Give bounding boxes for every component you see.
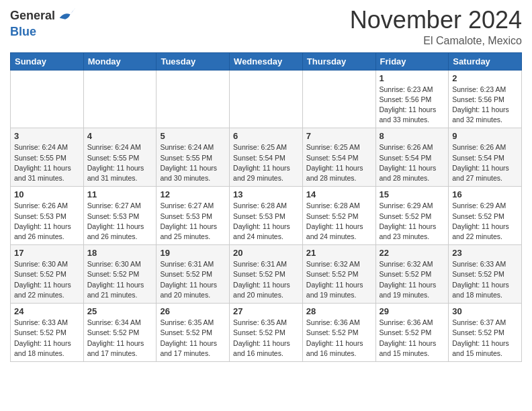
day-info: Sunrise: 6:24 AM Sunset: 5:55 PM Dayligh…: [14, 142, 80, 183]
day-number: 3: [14, 131, 80, 141]
day-info: Sunrise: 6:29 AM Sunset: 5:52 PM Dayligh…: [380, 201, 445, 242]
calendar-day-cell: 28Sunrise: 6:36 AM Sunset: 5:52 PM Dayli…: [302, 304, 375, 362]
day-info: Sunrise: 6:27 AM Sunset: 5:53 PM Dayligh…: [160, 201, 226, 242]
day-number: 15: [380, 189, 445, 199]
calendar-day-cell: 11Sunrise: 6:27 AM Sunset: 5:53 PM Dayli…: [83, 187, 157, 245]
day-number: 6: [233, 131, 299, 141]
calendar-day-cell: 17Sunrise: 6:30 AM Sunset: 5:52 PM Dayli…: [11, 245, 84, 304]
calendar-day-cell: 21Sunrise: 6:32 AM Sunset: 5:52 PM Dayli…: [302, 245, 375, 304]
day-number: 4: [87, 131, 153, 141]
day-number: 27: [233, 306, 299, 316]
calendar-day-cell: [302, 70, 375, 128]
location: El Camalote, Mexico: [350, 35, 522, 47]
day-number: 29: [380, 306, 445, 316]
day-number: 18: [87, 248, 153, 258]
day-info: Sunrise: 6:36 AM Sunset: 5:52 PM Dayligh…: [306, 318, 372, 359]
day-number: 2: [452, 73, 518, 83]
calendar-day-cell: 25Sunrise: 6:34 AM Sunset: 5:52 PM Dayli…: [83, 304, 157, 362]
day-number: 30: [452, 306, 518, 316]
weekday-header-row: SundayMondayTuesdayWednesdayThursdayFrid…: [11, 52, 522, 70]
logo: General Blue: [10, 7, 75, 39]
calendar-day-cell: 15Sunrise: 6:29 AM Sunset: 5:52 PM Dayli…: [375, 187, 449, 245]
weekday-header-monday: Monday: [83, 52, 157, 70]
calendar-day-cell: 5Sunrise: 6:24 AM Sunset: 5:55 PM Daylig…: [157, 128, 230, 187]
calendar-day-cell: 2Sunrise: 6:23 AM Sunset: 5:56 PM Daylig…: [449, 70, 522, 128]
day-info: Sunrise: 6:24 AM Sunset: 5:55 PM Dayligh…: [87, 142, 153, 183]
calendar-day-cell: 29Sunrise: 6:36 AM Sunset: 5:52 PM Dayli…: [375, 304, 449, 362]
calendar-day-cell: 9Sunrise: 6:26 AM Sunset: 5:54 PM Daylig…: [449, 128, 522, 187]
calendar-day-cell: 22Sunrise: 6:32 AM Sunset: 5:52 PM Dayli…: [375, 245, 449, 304]
day-number: 9: [452, 131, 518, 141]
day-number: 16: [452, 189, 518, 199]
calendar-day-cell: 3Sunrise: 6:24 AM Sunset: 5:55 PM Daylig…: [11, 128, 84, 187]
day-info: Sunrise: 6:32 AM Sunset: 5:52 PM Dayligh…: [306, 259, 372, 300]
calendar-day-cell: 1Sunrise: 6:23 AM Sunset: 5:56 PM Daylig…: [375, 70, 449, 128]
day-info: Sunrise: 6:33 AM Sunset: 5:52 PM Dayligh…: [452, 259, 518, 300]
calendar-week-row: 10Sunrise: 6:26 AM Sunset: 5:53 PM Dayli…: [11, 187, 522, 245]
weekday-header-tuesday: Tuesday: [157, 52, 230, 70]
day-info: Sunrise: 6:25 AM Sunset: 5:54 PM Dayligh…: [233, 142, 299, 183]
calendar-day-cell: 4Sunrise: 6:24 AM Sunset: 5:55 PM Daylig…: [83, 128, 157, 187]
day-info: Sunrise: 6:23 AM Sunset: 5:56 PM Dayligh…: [452, 85, 518, 126]
logo-bird-icon: [56, 7, 75, 26]
day-number: 26: [160, 306, 226, 316]
calendar-day-cell: 14Sunrise: 6:28 AM Sunset: 5:52 PM Dayli…: [302, 187, 375, 245]
day-number: 13: [233, 189, 299, 199]
calendar-day-cell: 10Sunrise: 6:26 AM Sunset: 5:53 PM Dayli…: [11, 187, 84, 245]
calendar-day-cell: 18Sunrise: 6:30 AM Sunset: 5:52 PM Dayli…: [83, 245, 157, 304]
day-number: 19: [160, 248, 226, 258]
day-info: Sunrise: 6:28 AM Sunset: 5:52 PM Dayligh…: [306, 201, 372, 242]
page: General Blue November 2024 El Camalote, …: [0, 0, 532, 372]
day-number: 23: [452, 248, 518, 258]
calendar-day-cell: 27Sunrise: 6:35 AM Sunset: 5:52 PM Dayli…: [230, 304, 303, 362]
day-info: Sunrise: 6:36 AM Sunset: 5:52 PM Dayligh…: [380, 318, 445, 359]
calendar-week-row: 17Sunrise: 6:30 AM Sunset: 5:52 PM Dayli…: [11, 245, 522, 304]
calendar-day-cell: 26Sunrise: 6:35 AM Sunset: 5:52 PM Dayli…: [157, 304, 230, 362]
day-number: 11: [87, 189, 153, 199]
weekday-header-thursday: Thursday: [302, 52, 375, 70]
day-info: Sunrise: 6:26 AM Sunset: 5:54 PM Dayligh…: [380, 142, 445, 183]
calendar-day-cell: 30Sunrise: 6:37 AM Sunset: 5:52 PM Dayli…: [449, 304, 522, 362]
day-info: Sunrise: 6:29 AM Sunset: 5:52 PM Dayligh…: [452, 201, 518, 242]
day-number: 21: [306, 248, 372, 258]
calendar-day-cell: 7Sunrise: 6:25 AM Sunset: 5:54 PM Daylig…: [302, 128, 375, 187]
day-info: Sunrise: 6:26 AM Sunset: 5:54 PM Dayligh…: [452, 142, 518, 183]
day-number: 8: [380, 131, 445, 141]
day-info: Sunrise: 6:27 AM Sunset: 5:53 PM Dayligh…: [87, 201, 153, 242]
logo-general-text: General: [10, 9, 55, 23]
day-number: 7: [306, 131, 372, 141]
weekday-header-wednesday: Wednesday: [230, 52, 303, 70]
day-number: 5: [160, 131, 226, 141]
day-info: Sunrise: 6:25 AM Sunset: 5:54 PM Dayligh…: [306, 142, 372, 183]
day-number: 17: [14, 248, 80, 258]
day-info: Sunrise: 6:37 AM Sunset: 5:52 PM Dayligh…: [452, 318, 518, 359]
calendar-day-cell: 19Sunrise: 6:31 AM Sunset: 5:52 PM Dayli…: [157, 245, 230, 304]
day-info: Sunrise: 6:24 AM Sunset: 5:55 PM Dayligh…: [160, 142, 226, 183]
day-number: 14: [306, 189, 372, 199]
day-number: 22: [380, 248, 445, 258]
calendar-day-cell: 6Sunrise: 6:25 AM Sunset: 5:54 PM Daylig…: [230, 128, 303, 187]
calendar-week-row: 1Sunrise: 6:23 AM Sunset: 5:56 PM Daylig…: [11, 70, 522, 128]
calendar-day-cell: 8Sunrise: 6:26 AM Sunset: 5:54 PM Daylig…: [375, 128, 449, 187]
calendar-day-cell: 24Sunrise: 6:33 AM Sunset: 5:52 PM Dayli…: [11, 304, 84, 362]
weekday-header-saturday: Saturday: [449, 52, 522, 70]
calendar-week-row: 3Sunrise: 6:24 AM Sunset: 5:55 PM Daylig…: [11, 128, 522, 187]
calendar-day-cell: [230, 70, 303, 128]
day-info: Sunrise: 6:26 AM Sunset: 5:53 PM Dayligh…: [14, 201, 80, 242]
calendar-day-cell: [157, 70, 230, 128]
title-block: November 2024 El Camalote, Mexico: [350, 7, 522, 47]
day-info: Sunrise: 6:31 AM Sunset: 5:52 PM Dayligh…: [160, 259, 226, 300]
calendar-day-cell: [11, 70, 84, 128]
day-number: 1: [380, 73, 445, 83]
logo-blue-text: Blue: [10, 25, 36, 38]
day-number: 20: [233, 248, 299, 258]
calendar-day-cell: 16Sunrise: 6:29 AM Sunset: 5:52 PM Dayli…: [449, 187, 522, 245]
day-info: Sunrise: 6:23 AM Sunset: 5:56 PM Dayligh…: [380, 85, 445, 126]
day-info: Sunrise: 6:34 AM Sunset: 5:52 PM Dayligh…: [87, 318, 153, 359]
header: General Blue November 2024 El Camalote, …: [10, 7, 522, 47]
day-number: 10: [14, 189, 80, 199]
day-number: 28: [306, 306, 372, 316]
calendar-week-row: 24Sunrise: 6:33 AM Sunset: 5:52 PM Dayli…: [11, 304, 522, 362]
day-info: Sunrise: 6:35 AM Sunset: 5:52 PM Dayligh…: [160, 318, 226, 359]
day-info: Sunrise: 6:35 AM Sunset: 5:52 PM Dayligh…: [233, 318, 299, 359]
